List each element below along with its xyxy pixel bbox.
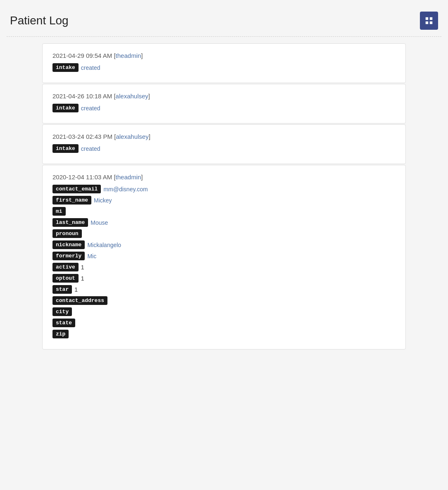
svg-rect-3 xyxy=(430,21,432,24)
field-row: active1 xyxy=(52,263,396,271)
fields-block: contact_emailmm@disney.comfirst_nameMick… xyxy=(52,185,396,341)
field-key-tag: star xyxy=(52,285,72,294)
field-key-tag: city xyxy=(52,307,72,316)
field-row: star1 xyxy=(52,285,396,294)
field-key-tag: optout xyxy=(52,274,79,283)
field-value: Mouse xyxy=(91,219,108,226)
field-value: mm@disney.com xyxy=(103,186,148,193)
log-timestamp: 2020-12-04 11:03 AM [theadmin] xyxy=(52,174,396,181)
log-user-link[interactable]: alexahulsey xyxy=(116,133,148,140)
field-key-tag: active xyxy=(52,263,79,271)
grid-icon xyxy=(424,16,434,25)
field-row: contact_emailmm@disney.com xyxy=(52,185,396,193)
field-key-tag: contact_email xyxy=(52,185,101,193)
field-key-tag: zip xyxy=(52,330,69,338)
field-value: Mic xyxy=(87,253,96,259)
page-container: Patient Log 2021-04-29 09:54 AM [theadmi… xyxy=(0,0,448,490)
field-key-tag: pronoun xyxy=(52,229,82,238)
field-key-tag: state xyxy=(52,319,75,327)
field-row: last_nameMouse xyxy=(52,218,396,227)
field-value: 1 xyxy=(81,275,84,282)
field-value: created xyxy=(81,145,100,152)
field-key-tag: first_name xyxy=(52,196,91,205)
field-key-tag: mi xyxy=(52,207,66,216)
field-key-tag: intake xyxy=(52,63,79,72)
log-entry: 2021-04-26 10:18 AM [alexahulsey]intakec… xyxy=(42,84,406,124)
field-key-tag: nickname xyxy=(52,240,85,249)
fields-block: intakecreated xyxy=(52,63,396,74)
field-row: optout1 xyxy=(52,274,396,283)
field-key-tag: contact_address xyxy=(52,296,107,305)
field-row: intakecreated xyxy=(52,63,396,72)
svg-rect-2 xyxy=(426,21,428,24)
log-timestamp: 2021-04-29 09:54 AM [theadmin] xyxy=(52,52,396,59)
field-row: contact_address xyxy=(52,296,396,305)
grid-view-button[interactable] xyxy=(420,12,438,30)
log-user-link[interactable]: theadmin xyxy=(116,52,141,59)
field-value: Mickalangelo xyxy=(87,242,121,248)
field-row: intakecreated xyxy=(52,104,396,112)
log-user-link[interactable]: alexahulsey xyxy=(116,93,148,100)
fields-block: intakecreated xyxy=(52,104,396,115)
svg-rect-0 xyxy=(426,17,428,20)
field-key-tag: intake xyxy=(52,144,79,153)
field-row: pronoun xyxy=(52,229,396,238)
fields-block: intakecreated xyxy=(52,144,396,155)
log-entry: 2021-04-29 09:54 AM [theadmin]intakecrea… xyxy=(42,43,406,83)
field-row: first_nameMickey xyxy=(52,196,396,205)
field-row: zip xyxy=(52,330,396,338)
log-timestamp: 2021-03-24 02:43 PM [alexahulsey] xyxy=(52,133,396,140)
log-user-link[interactable]: theadmin xyxy=(116,174,141,181)
field-row: formerlyMic xyxy=(52,252,396,260)
log-list: 2021-04-29 09:54 AM [theadmin]intakecrea… xyxy=(42,43,406,350)
field-row: mi xyxy=(52,207,396,216)
page-title: Patient Log xyxy=(10,14,69,27)
field-row: intakecreated xyxy=(52,144,396,153)
field-value: created xyxy=(81,105,100,112)
field-value: 1 xyxy=(74,286,78,293)
field-row: state xyxy=(52,319,396,327)
svg-rect-1 xyxy=(430,17,432,20)
field-key-tag: last_name xyxy=(52,218,88,227)
log-timestamp: 2021-04-26 10:18 AM [alexahulsey] xyxy=(52,93,396,100)
field-row: nicknameMickalangelo xyxy=(52,240,396,249)
field-value: 1 xyxy=(81,264,84,271)
log-entry: 2020-12-04 11:03 AM [theadmin]contact_em… xyxy=(42,165,406,350)
field-row: city xyxy=(52,307,396,316)
log-entry: 2021-03-24 02:43 PM [alexahulsey]intakec… xyxy=(42,124,406,164)
page-header: Patient Log xyxy=(7,7,441,37)
field-key-tag: intake xyxy=(52,104,79,112)
field-value: created xyxy=(81,64,100,71)
field-value: Mickey xyxy=(94,197,112,204)
field-key-tag: formerly xyxy=(52,252,85,260)
